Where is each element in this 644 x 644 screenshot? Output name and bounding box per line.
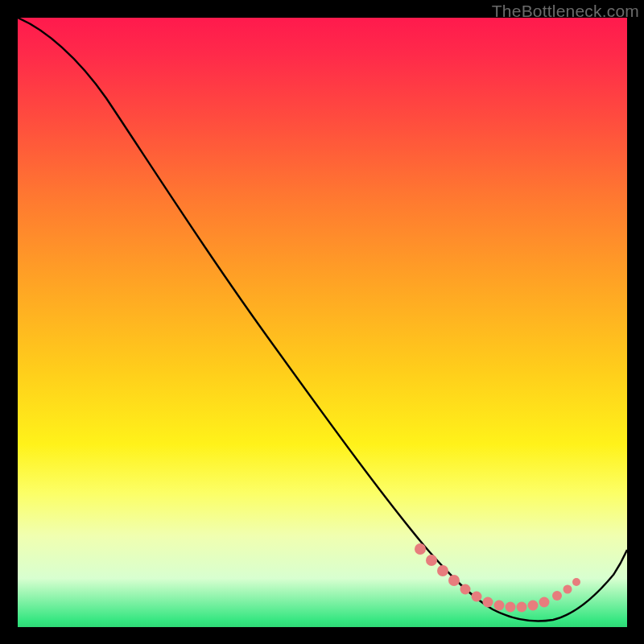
svg-point-10 (528, 601, 539, 611)
gradient-plot-area (18, 18, 627, 627)
svg-point-5 (472, 592, 482, 602)
svg-point-2 (437, 565, 448, 576)
watermark-text: TheBottleneck.com (492, 2, 639, 21)
svg-point-12 (552, 591, 562, 601)
svg-point-3 (448, 575, 460, 586)
highlight-markers (415, 543, 580, 613)
svg-point-4 (460, 584, 471, 595)
svg-point-9 (517, 602, 527, 613)
svg-point-6 (483, 597, 493, 608)
svg-point-11 (539, 597, 550, 608)
svg-point-0 (415, 543, 426, 555)
curve-path (18, 18, 627, 621)
chart-stage: TheBottleneck.com (0, 0, 644, 644)
bottleneck-curve (18, 18, 627, 627)
svg-point-14 (572, 578, 580, 586)
svg-point-8 (506, 602, 516, 613)
svg-point-7 (494, 601, 505, 611)
svg-point-1 (426, 555, 437, 566)
svg-point-13 (564, 585, 572, 594)
